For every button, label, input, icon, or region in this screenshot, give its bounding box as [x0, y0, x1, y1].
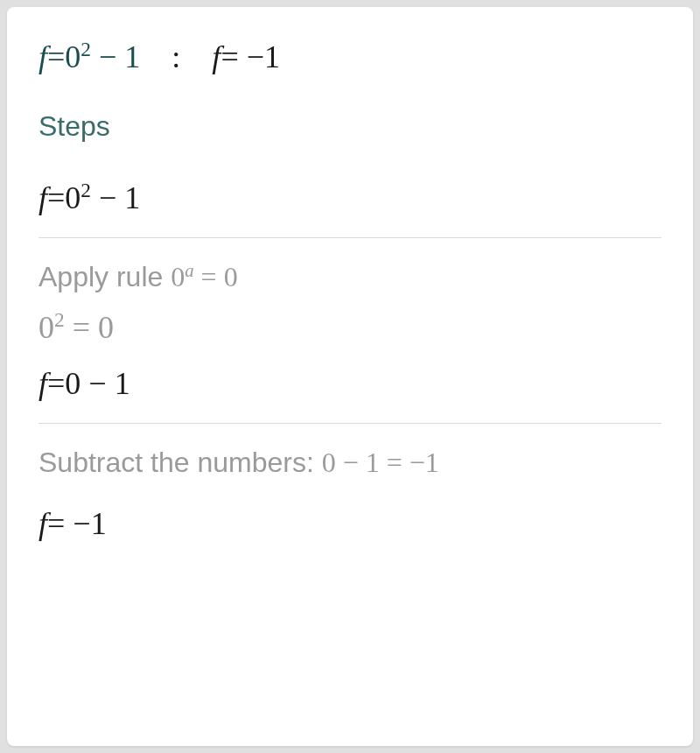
equals-sign: =	[47, 506, 73, 541]
equation-result: f= −1	[212, 39, 280, 75]
steps-heading: Steps	[38, 110, 662, 143]
exponent-two: 2	[80, 38, 91, 60]
apply-rule-line: Apply rule 0a = 0	[38, 261, 662, 293]
variable-f: f	[38, 366, 47, 401]
equation-lhs: f=02 − 1	[38, 39, 140, 75]
result-value: −1	[247, 39, 280, 74]
equals-sign: =	[220, 39, 246, 74]
solution-card: f=02 − 1 : f= −1 Steps f=02 − 1 Apply ru…	[7, 7, 693, 746]
expression: 0 − 1	[65, 366, 130, 401]
variable-f: f	[38, 39, 47, 74]
rule-equals: = 0	[194, 261, 238, 292]
step-2-equation: f=0 − 1	[38, 356, 662, 402]
equals-sign: =	[47, 39, 65, 74]
applied-exponent: 2	[54, 308, 65, 331]
rule-base: 0	[171, 261, 185, 292]
subtract-explanation: Subtract the numbers: 0 − 1 = −1	[38, 447, 662, 479]
subtract-prefix: Subtract the numbers:	[38, 447, 322, 478]
rule-applied-line: 02 = 0	[38, 309, 662, 346]
base-zero: 0	[65, 180, 80, 215]
divider	[38, 237, 662, 238]
equals-sign: =	[47, 366, 65, 401]
final-result: f= −1	[38, 496, 662, 542]
rule-expression: 0a = 0	[171, 261, 237, 292]
minus-one: − 1	[91, 39, 140, 74]
variable-f: f	[38, 506, 47, 541]
equation-result-line: f=02 − 1 : f= −1	[38, 39, 662, 75]
base-zero: 0	[65, 39, 80, 74]
separator-colon: :	[172, 39, 180, 75]
minus-one: − 1	[91, 180, 140, 215]
equals-sign: =	[47, 180, 65, 215]
rule-exponent: a	[185, 260, 193, 280]
variable-f: f	[212, 39, 220, 74]
step-1-equation: f=02 − 1	[38, 171, 662, 216]
subtract-expression: 0 − 1 = −1	[322, 447, 439, 478]
exponent-two: 2	[80, 179, 91, 201]
variable-f: f	[38, 180, 47, 215]
divider	[38, 423, 662, 424]
rule-prefix: Apply rule	[38, 261, 171, 292]
applied-base: 0	[38, 310, 54, 345]
final-value: −1	[73, 506, 106, 541]
applied-equals: = 0	[65, 310, 114, 345]
